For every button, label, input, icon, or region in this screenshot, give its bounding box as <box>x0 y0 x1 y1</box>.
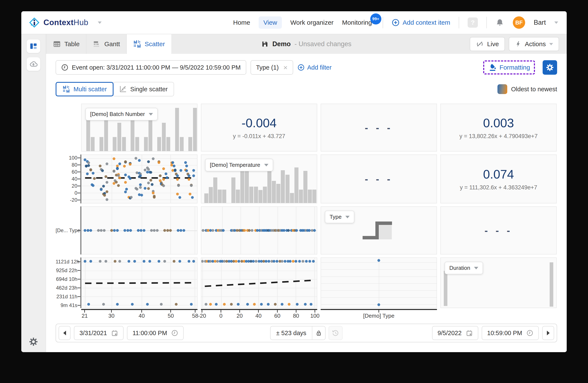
hist-bar <box>175 108 179 151</box>
nav-work-organizer[interactable]: Work organizer <box>290 19 334 26</box>
gridline <box>170 258 171 308</box>
gradient-legend-icon[interactable] <box>498 84 507 94</box>
multi-scatter-toggle[interactable]: Multi scatter <box>56 82 114 96</box>
remove-type-filter-icon[interactable]: × <box>283 63 288 72</box>
type-filter-pill[interactable]: Type (1) × <box>251 60 293 75</box>
start-date-input[interactable]: 3/31/2021 <box>74 326 124 340</box>
lock-range-button[interactable] <box>312 326 325 340</box>
start-time-input[interactable]: 11:00:00 PM <box>127 326 184 340</box>
scatter-dot <box>116 167 119 170</box>
scatter-dot <box>86 229 89 232</box>
scatter-dot <box>166 176 168 179</box>
monitoring-badge: 99+ <box>370 13 381 24</box>
hist-bar <box>303 171 307 203</box>
nav-monitoring[interactable]: Monitoring99+ <box>342 19 374 26</box>
divider <box>383 17 383 28</box>
chart-cell-batch-number-hist[interactable]: [Demo] Batch Number <box>81 104 197 152</box>
sidebar-settings-gear-icon[interactable] <box>29 337 38 347</box>
event-range-filter-pill[interactable]: Event open: 3/31/2021 11:00:00 PM — 9/5/… <box>56 60 246 75</box>
scatter-dot <box>117 184 120 187</box>
end-time-input[interactable]: 10:59:00 PM <box>482 326 539 340</box>
sidebar-item-upload[interactable] <box>27 57 40 71</box>
scatter-dot <box>89 260 92 263</box>
scatter-dot <box>295 260 297 263</box>
y-axis-duration-label: 462d 23h <box>56 285 77 291</box>
user-avatar[interactable]: BF <box>513 16 525 29</box>
range-duration-control[interactable]: ± 523 days <box>270 326 326 340</box>
axis-selector-dropdown[interactable]: Duration <box>445 262 483 274</box>
scatter-dot <box>308 229 311 232</box>
duration-bar <box>444 271 447 306</box>
scatter-dot <box>110 229 113 232</box>
chart-cell-temperature-hist[interactable]: [Demo] Temperature <box>201 154 317 203</box>
nav-view[interactable]: View <box>259 16 282 29</box>
chart-cell-no-data-3[interactable]: - - - <box>440 206 557 254</box>
scatter-dot <box>166 229 169 232</box>
chart-cell-no-data-2[interactable]: - - - <box>321 154 437 203</box>
scatter-dot <box>304 303 307 306</box>
scatter-dot <box>143 260 145 263</box>
scatter-dot <box>138 175 141 178</box>
scatter-dot <box>144 169 147 172</box>
chart-cell-duration-batch[interactable] <box>81 257 197 308</box>
y-axis-tick <box>78 172 80 172</box>
tab-scatter[interactable]: Scatter <box>127 34 171 54</box>
axis-selector-dropdown[interactable]: [Demo] Temperature <box>205 159 273 171</box>
scatter-dot <box>123 165 126 168</box>
scatter-dot <box>152 157 155 160</box>
scatter-dot <box>129 163 131 166</box>
chart-settings-button[interactable] <box>543 60 557 75</box>
chart-cell-duration-temp[interactable] <box>201 257 317 308</box>
app-window: ContextHub Home View Work organizer Moni… <box>21 11 567 352</box>
hist-bar <box>122 137 126 151</box>
hist-bar <box>117 123 121 151</box>
add-filter-button[interactable]: Add filter <box>297 64 332 71</box>
live-button[interactable]: Live <box>470 37 505 51</box>
single-scatter-toggle[interactable]: Single scatter <box>113 82 174 96</box>
user-menu-caret-icon[interactable] <box>554 21 558 24</box>
scatter-dot <box>237 303 240 306</box>
brand-caret-icon[interactable] <box>98 21 102 24</box>
chart-cell-type-step[interactable]: Type <box>321 206 437 254</box>
nav-home[interactable]: Home <box>233 19 250 26</box>
chart-cell-type-strip-1[interactable] <box>81 206 197 254</box>
reset-range-button[interactable] <box>329 326 343 340</box>
chart-cell-correlation-2[interactable]: 0.003y = 13,802.26x + 4.790493e+7 <box>440 104 557 152</box>
chart-cell-type-strip-2[interactable] <box>201 206 317 254</box>
tab-table[interactable]: Table <box>46 34 86 54</box>
scatter-dot <box>147 182 150 185</box>
scatter-mode-toggle: Multi scatter Single scatter Oldest to n… <box>56 82 557 96</box>
x-axis-tick-label: 60 <box>274 313 280 319</box>
scatter-dot <box>192 260 195 263</box>
y-axis-tick-label: 40 <box>56 176 77 182</box>
sidebar-item-views[interactable] <box>27 39 40 53</box>
chart-cell-correlation-3[interactable]: 0.074y = 111,302.6x + 4.363249e+7 <box>440 154 557 203</box>
axis-selector-dropdown[interactable]: Type <box>325 211 354 223</box>
scatter-dot <box>125 188 128 191</box>
gridline <box>201 271 317 271</box>
brand-logo[interactable]: ContextHub <box>29 17 102 28</box>
help-icon[interactable]: ? <box>468 18 478 28</box>
formatting-button[interactable]: Formatting <box>483 60 535 75</box>
shift-range-back-button[interactable] <box>59 326 70 340</box>
chart-cell-no-data-1[interactable]: - - - <box>321 104 437 152</box>
y-axis-tick <box>78 230 80 231</box>
save-icon[interactable] <box>261 40 269 48</box>
scatter-dot <box>273 260 275 263</box>
scatter-dot <box>267 303 270 306</box>
y-axis-spine <box>81 257 81 308</box>
shift-range-forward-button[interactable] <box>542 326 554 340</box>
gridline <box>379 258 379 308</box>
tab-gantt[interactable]: Gantt <box>86 34 127 54</box>
gridline <box>277 258 278 308</box>
notifications-bell-icon[interactable] <box>495 18 504 27</box>
chart-cell-correlation-1[interactable]: -0.004y = -0.011x + 43.727 <box>201 104 317 152</box>
actions-button[interactable]: Actions <box>509 37 559 51</box>
axis-selector-dropdown[interactable]: [Demo] Batch Number <box>85 108 158 120</box>
add-context-item-button[interactable]: Add context item <box>392 19 450 27</box>
chart-cell-duration-type[interactable] <box>321 257 437 308</box>
multi-scatter-icon <box>63 85 70 93</box>
chart-cell-duration-hist[interactable]: Duration <box>440 257 557 308</box>
chart-cell-scatter-temp-batch[interactable] <box>81 154 197 203</box>
end-date-input[interactable]: 9/5/2022 <box>432 326 478 340</box>
